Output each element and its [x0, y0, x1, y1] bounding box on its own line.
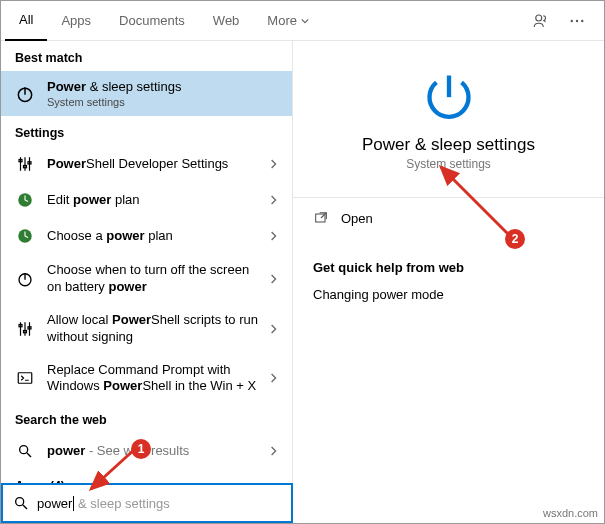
search-icon	[13, 495, 29, 511]
watermark: wsxdn.com	[543, 507, 598, 519]
power-icon	[15, 269, 35, 289]
body: Best match Power & sleep settings System…	[1, 41, 604, 483]
svg-point-26	[16, 498, 24, 506]
row-label: PowerShell Developer Settings	[47, 156, 258, 173]
help-link-changing-power-mode[interactable]: Changing power mode	[293, 283, 604, 306]
svg-line-27	[23, 505, 27, 509]
help-header: Get quick help from web	[293, 238, 604, 283]
sliders-icon	[15, 154, 35, 174]
settings-row-screen-off-battery[interactable]: Choose when to turn off the screen on ba…	[1, 254, 292, 304]
chevron-right-icon	[270, 446, 278, 456]
row-label: power - See web results	[47, 443, 258, 460]
preview-pane: Power & sleep settings System settings O…	[293, 41, 604, 483]
section-best-match: Best match	[1, 41, 292, 71]
tab-web[interactable]: Web	[199, 1, 254, 41]
row-label: Choose a power plan	[47, 228, 258, 245]
annotation-callout-2: 2	[505, 229, 525, 249]
chevron-right-icon	[270, 159, 278, 169]
chevron-right-icon	[270, 324, 278, 334]
search-input[interactable]: power & sleep settings	[1, 483, 293, 523]
terminal-icon	[15, 368, 35, 388]
search-suggestion: & sleep settings	[74, 496, 169, 511]
chevron-right-icon	[270, 195, 278, 205]
power-plan-icon	[15, 226, 35, 246]
settings-row-powershell-dev[interactable]: PowerShell Developer Settings	[1, 146, 292, 182]
preview-subtitle: System settings	[406, 157, 491, 171]
svg-point-1	[571, 19, 573, 21]
preview-title: Power & sleep settings	[362, 135, 535, 155]
power-plan-icon	[15, 190, 35, 210]
svg-point-0	[536, 15, 542, 21]
tab-more[interactable]: More	[253, 1, 323, 41]
preview-open[interactable]: Open	[293, 198, 604, 238]
chevron-right-icon	[270, 274, 278, 284]
section-search-web: Search the web	[1, 403, 292, 433]
section-apps[interactable]: Apps (4)	[1, 469, 292, 483]
svg-line-24	[27, 453, 31, 457]
row-label: Choose when to turn off the screen on ba…	[47, 262, 258, 296]
more-options-icon[interactable]	[568, 12, 586, 30]
preview-open-label: Open	[341, 211, 373, 226]
svg-point-3	[581, 19, 583, 21]
power-icon	[15, 84, 35, 104]
feedback-icon[interactable]	[532, 12, 550, 30]
sliders-icon	[15, 319, 35, 339]
best-match-subtitle: System settings	[47, 96, 181, 108]
search-typed: power	[37, 496, 74, 511]
settings-row-choose-power-plan[interactable]: Choose a power plan	[1, 218, 292, 254]
chevron-down-icon	[301, 17, 309, 25]
chevron-right-icon	[270, 231, 278, 241]
search-window: All Apps Documents Web More Best match	[0, 0, 605, 524]
best-match-title: Power & sleep settings	[47, 79, 181, 94]
tab-bar: All Apps Documents Web More	[1, 1, 604, 41]
svg-rect-22	[18, 373, 32, 384]
settings-row-allow-powershell-scripts[interactable]: Allow local PowerShell scripts to run wi…	[1, 304, 292, 354]
svg-point-23	[20, 446, 28, 454]
open-icon	[313, 210, 329, 226]
tab-apps[interactable]: Apps	[47, 1, 105, 41]
row-label: Edit power plan	[47, 192, 258, 209]
annotation-callout-1: 1	[131, 439, 151, 459]
tab-all[interactable]: All	[5, 1, 47, 41]
row-label: Allow local PowerShell scripts to run wi…	[47, 312, 258, 346]
section-settings: Settings	[1, 116, 292, 146]
settings-row-edit-power-plan[interactable]: Edit power plan	[1, 182, 292, 218]
row-label: Replace Command Prompt with Windows Powe…	[47, 362, 258, 396]
best-match-item[interactable]: Power & sleep settings System settings	[1, 71, 292, 116]
search-icon	[15, 441, 35, 461]
results-list: Best match Power & sleep settings System…	[1, 41, 293, 483]
tab-documents[interactable]: Documents	[105, 1, 199, 41]
svg-point-2	[576, 19, 578, 21]
tab-more-label: More	[267, 13, 297, 28]
settings-row-replace-cmd-powershell[interactable]: Replace Command Prompt with Windows Powe…	[1, 354, 292, 404]
power-icon-large	[423, 69, 475, 121]
chevron-right-icon	[270, 373, 278, 383]
